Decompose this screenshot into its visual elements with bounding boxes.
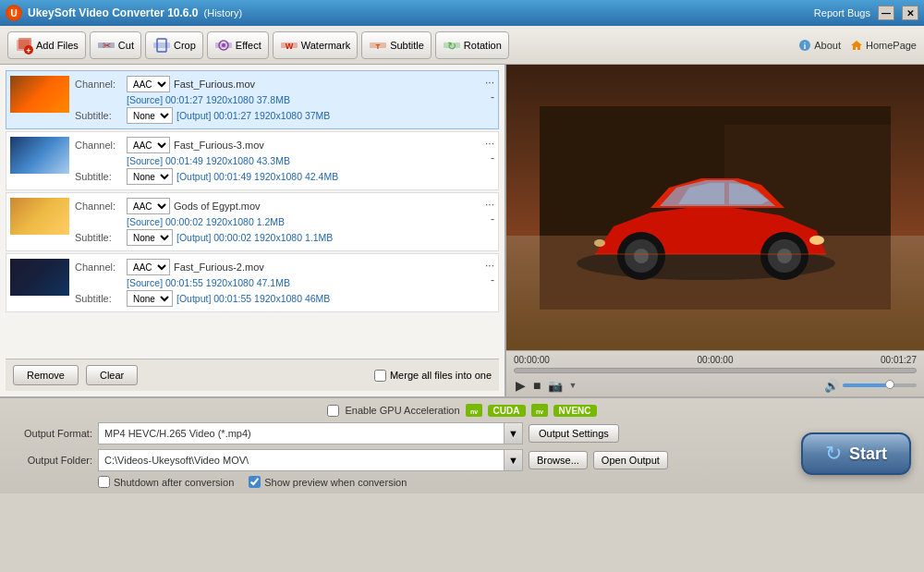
svg-point-30 <box>594 239 605 247</box>
gpu-label: Enable GPU Acceleration <box>345 405 459 416</box>
file-source-row-3: [Source] 00:00:02 1920x1080 1.2MB <box>75 216 480 227</box>
rotation-button[interactable]: ↻ Rotation <box>435 31 509 59</box>
title-bar-left: U UkeySoft Video Converter 10.6.0 (Histo… <box>6 5 242 21</box>
channel-select-4[interactable]: AAC <box>127 259 170 275</box>
app-logo: U <box>6 5 22 21</box>
subtitle-button[interactable]: T Subtitle <box>361 31 432 59</box>
format-select-container[interactable]: MP4 HEVC/H.265 Video (*.mp4) ▼ <box>98 422 523 444</box>
homepage-link[interactable]: HomePage <box>850 39 917 52</box>
file-item-3[interactable]: Channel: AAC Gods of Egypt.mov [Source] … <box>6 192 499 251</box>
file-info-3: Channel: AAC Gods of Egypt.mov [Source] … <box>75 198 480 246</box>
svg-text:i: i <box>804 42 807 51</box>
shutdown-checkbox[interactable] <box>98 476 110 488</box>
gpu-row: Enable GPU Acceleration nv CUDA nv NVENC <box>9 404 915 417</box>
clear-button[interactable]: Clear <box>86 365 138 385</box>
watermark-icon: W <box>280 36 298 55</box>
svg-point-28 <box>777 249 792 263</box>
volume-area: 🔊 <box>824 379 917 393</box>
subtitle-select-1[interactable]: None <box>127 107 173 124</box>
cut-button[interactable]: ✂ Cut <box>90 31 141 59</box>
stop-button[interactable]: ■ <box>531 378 542 393</box>
svg-text:T: T <box>376 43 381 51</box>
minimize-button[interactable]: — <box>878 6 894 20</box>
file-item-2[interactable]: Channel: AAC Fast_Furious-3.mov [Source]… <box>6 131 499 190</box>
file-menu-button-1[interactable]: ··· <box>485 76 494 89</box>
channel-select-1[interactable]: AAC <box>127 76 170 92</box>
subtitle-select-2[interactable]: None <box>127 168 173 185</box>
time-start: 00:00:00 <box>514 355 550 365</box>
svg-point-25 <box>634 249 649 263</box>
subtitle-select-4[interactable]: None <box>127 290 173 307</box>
channel-label-4: Channel: <box>75 262 123 273</box>
file-actions-4: ··· - <box>485 259 494 286</box>
crop-button[interactable]: Crop <box>145 31 203 59</box>
rotation-icon: ↻ <box>443 36 461 55</box>
report-bugs-link[interactable]: Report Bugs <box>814 7 870 18</box>
add-files-label: Add Files <box>36 40 79 51</box>
svg-point-10 <box>222 43 225 47</box>
merge-checkbox[interactable] <box>374 370 386 382</box>
start-button-container: ↻ Start <box>801 432 911 475</box>
svg-text:↻: ↻ <box>447 40 456 53</box>
folder-input-container[interactable]: C:\Videos-Ukeysoft\Video MOV\ ▼ <box>98 449 523 471</box>
show-preview-option: Show preview when conversion <box>249 476 407 488</box>
progress-bar[interactable] <box>514 368 917 373</box>
file-subtitle-row-3: Subtitle: None [Output] 00:00:02 1920x10… <box>75 229 480 246</box>
start-button[interactable]: ↻ Start <box>801 432 911 475</box>
file-remove-button-1[interactable]: - <box>491 91 494 103</box>
file-info-2: Channel: AAC Fast_Furious-3.mov [Source]… <box>75 137 480 185</box>
file-channel-row-3: Channel: AAC Gods of Egypt.mov <box>75 198 480 214</box>
nvidia-icon: nv <box>466 404 482 417</box>
channel-label-2: Channel: <box>75 140 123 151</box>
open-output-button[interactable]: Open Output <box>593 451 668 469</box>
file-source-row-1: [Source] 00:01:27 1920x1080 37.8MB <box>75 94 480 105</box>
file-item-4[interactable]: Channel: AAC Fast_Furious-2.mov [Source]… <box>6 253 499 312</box>
source-info-1: [Source] 00:01:27 1920x1080 37.8MB <box>127 94 290 105</box>
browse-button[interactable]: Browse... <box>529 451 588 469</box>
close-button[interactable]: ✕ <box>902 6 918 20</box>
add-files-button[interactable]: + Add Files <box>7 31 86 59</box>
channel-select-2[interactable]: AAC <box>127 137 170 153</box>
file-menu-button-2[interactable]: ··· <box>485 137 494 150</box>
subtitle-label-1: Subtitle: <box>75 110 123 121</box>
format-label: Output Format: <box>9 428 92 439</box>
snapshot-dropdown[interactable]: ▼ <box>568 381 577 390</box>
file-menu-button-3[interactable]: ··· <box>485 198 494 211</box>
start-label: Start <box>849 444 887 464</box>
show-preview-checkbox[interactable] <box>249 476 261 488</box>
svg-rect-6 <box>153 43 170 48</box>
file-item-1[interactable]: Channel: AAC Fast_Furious.mov [Source] 0… <box>6 70 499 129</box>
remove-button[interactable]: Remove <box>13 365 79 385</box>
subtitle-select-3[interactable]: None <box>127 229 173 246</box>
output-settings-button[interactable]: Output Settings <box>529 424 619 443</box>
play-button[interactable]: ▶ <box>514 378 528 393</box>
file-menu-button-4[interactable]: ··· <box>485 259 494 272</box>
add-files-icon: + <box>15 36 33 55</box>
file-remove-button-2[interactable]: - <box>491 152 494 164</box>
preview-panel: 00:00:00 00:00:00 00:01:27 ▶ ■ 📷 ▼ 🔊 <box>506 65 924 396</box>
file-thumb-4 <box>10 259 69 296</box>
file-info-4: Channel: AAC Fast_Furious-2.mov [Source]… <box>75 259 480 307</box>
file-list-spacer <box>6 314 499 357</box>
filename-1: Fast_Furious.mov <box>174 79 255 90</box>
toolbar-left: + Add Files ✂ Cut Crop <box>7 31 509 59</box>
watermark-button[interactable]: W Watermark <box>273 31 358 59</box>
start-icon: ↻ <box>825 442 842 466</box>
folder-dropdown-arrow[interactable]: ▼ <box>504 450 522 470</box>
about-link[interactable]: i About <box>798 39 841 52</box>
file-remove-button-3[interactable]: - <box>491 213 494 225</box>
bottom-panel: Enable GPU Acceleration nv CUDA nv NVENC… <box>0 397 924 493</box>
snapshot-button[interactable]: 📷 <box>546 379 565 393</box>
gpu-checkbox[interactable] <box>327 405 339 417</box>
effect-button[interactable]: Effect <box>207 31 269 59</box>
filename-4: Fast_Furious-2.mov <box>174 262 264 273</box>
volume-slider[interactable] <box>843 383 917 387</box>
format-dropdown-arrow[interactable]: ▼ <box>504 423 522 444</box>
video-preview <box>506 65 924 350</box>
file-list-bottom: Remove Clear Merge all files into one <box>6 359 499 391</box>
file-remove-button-4[interactable]: - <box>491 274 494 286</box>
home-icon <box>850 39 863 52</box>
file-subtitle-row-1: Subtitle: None [Output] 00:01:27 1920x10… <box>75 107 480 124</box>
about-icon: i <box>798 39 811 52</box>
channel-select-3[interactable]: AAC <box>127 198 170 214</box>
